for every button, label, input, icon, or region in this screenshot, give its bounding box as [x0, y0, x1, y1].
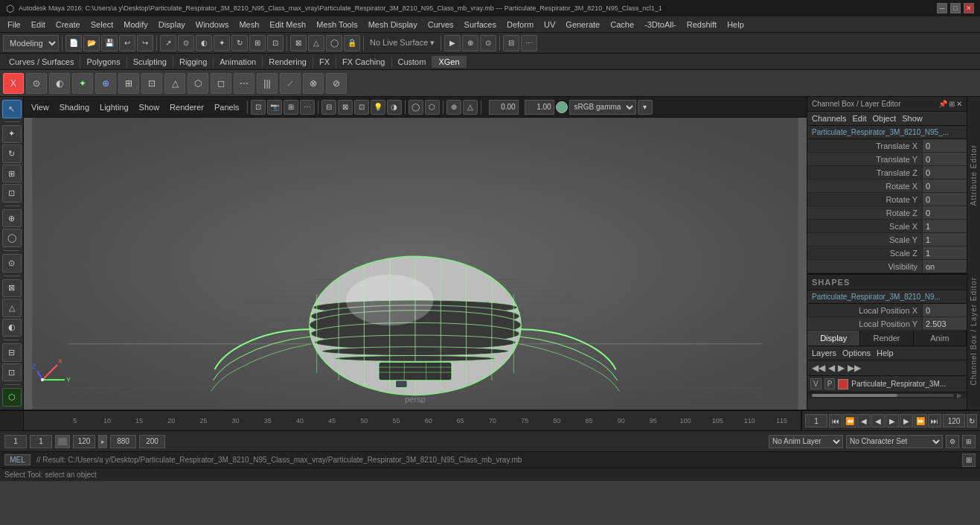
pb-next[interactable]: ⏩	[914, 414, 927, 427]
frame-number-2[interactable]	[30, 435, 52, 448]
vp-camera-settings[interactable]: 📷	[267, 100, 282, 115]
vp-isolate[interactable]: ◯	[409, 100, 423, 115]
pb-start[interactable]: ⏮	[829, 414, 842, 427]
menu-display[interactable]: Display	[154, 19, 190, 31]
frame-end-input[interactable]	[73, 435, 95, 448]
layer-arrow-next-next[interactable]: ▶▶	[848, 363, 861, 373]
pb-prev[interactable]: ⏪	[843, 414, 856, 427]
vp-menu-panels[interactable]: Panels	[210, 101, 244, 113]
vp-menu-show[interactable]: Show	[135, 101, 164, 113]
layer-menu-help[interactable]: Help	[877, 349, 894, 357]
shelf-tab-animation[interactable]: Animation	[214, 56, 263, 68]
cb-value-rotate-y[interactable]: 0	[922, 193, 967, 206]
char-set-select[interactable]: No Character Set	[846, 435, 943, 448]
lt-brush[interactable]: ⊙	[2, 254, 22, 273]
cb-value-translate-z[interactable]: 0	[922, 166, 967, 179]
mode-selector[interactable]: Modeling	[3, 35, 59, 51]
lt-lasso[interactable]: △	[2, 299, 22, 317]
vp-lighting-btn[interactable]: 💡	[371, 100, 385, 115]
tb-live[interactable]: 🔒	[344, 35, 360, 51]
cb-value-local-pos-x[interactable]: 0	[922, 304, 967, 316]
cb-value-visibility[interactable]: on	[922, 260, 967, 273]
range-start-input[interactable]	[805, 414, 827, 427]
shelf-icon-2[interactable]: ⊙	[26, 73, 47, 94]
tab-render[interactable]: Render	[860, 331, 913, 346]
viewport-display[interactable]: X Y Z persp	[24, 118, 807, 410]
shelf-tab-fx[interactable]: FX	[313, 56, 336, 68]
layer-menu-options[interactable]: Options	[842, 349, 871, 357]
tb-paint[interactable]: ◐	[196, 35, 212, 51]
lt-select-tool[interactable]: ↖	[2, 100, 22, 118]
vp-camera-select[interactable]: ⊡	[251, 100, 266, 115]
menu-file[interactable]: File	[3, 19, 25, 31]
layer-arrow-next[interactable]: ▶	[838, 363, 845, 373]
tb-rotate[interactable]: ↻	[231, 35, 248, 51]
lt-quick-layout-2[interactable]: ⊡	[2, 363, 22, 382]
anim-layer-select[interactable]: No Anim Layer	[769, 435, 843, 448]
tab-anim[interactable]: Anim	[914, 331, 967, 346]
shelf-tab-sculpting[interactable]: Sculpting	[127, 56, 173, 68]
shelf-icon-3[interactable]: ◐	[49, 73, 70, 94]
vp-color-swatch[interactable]	[556, 101, 568, 113]
menu-select[interactable]: Select	[86, 19, 118, 31]
lt-show-manip[interactable]: ◯	[2, 229, 22, 247]
vp-colorspace-select[interactable]: sRGB gamma	[569, 100, 636, 115]
range-end-input[interactable]	[943, 414, 965, 427]
vp-smooth-shade[interactable]: ⊠	[338, 100, 353, 115]
shelf-icon-4[interactable]: ✦	[72, 73, 93, 94]
shelf-tab-rendering[interactable]: Rendering	[263, 56, 313, 68]
layer-scrollbar[interactable]: ▶	[807, 392, 967, 398]
tb-render[interactable]: ▶	[444, 35, 461, 51]
menu-deform[interactable]: Deform	[502, 19, 538, 31]
lt-region-select[interactable]: ⊠	[2, 279, 22, 298]
menu-windows[interactable]: Windows	[191, 19, 234, 31]
tb-snap-point[interactable]: ◯	[326, 35, 342, 51]
cb-expand-btn[interactable]: ⊞	[949, 100, 955, 108]
vp-gamma-input[interactable]	[525, 100, 554, 115]
vp-menu-renderer[interactable]: Renderer	[165, 101, 208, 113]
cb-close-btn[interactable]: ✕	[956, 100, 962, 108]
menu-modify[interactable]: Modify	[119, 19, 152, 31]
shelf-icon-12[interactable]: |||	[257, 73, 278, 94]
shelf-tab-rigging[interactable]: Rigging	[173, 56, 214, 68]
tb-save[interactable]: 💾	[101, 35, 118, 51]
tb-redo[interactable]: ↪	[137, 35, 153, 51]
cb-menu-show[interactable]: Show	[902, 114, 923, 123]
shelf-icon-14[interactable]: ⊗	[303, 73, 324, 94]
scrollbar-track[interactable]	[812, 394, 954, 397]
viewport[interactable]: View Shading Lighting Show Renderer Pane…	[24, 97, 807, 410]
layer-visibility-btn[interactable]: V	[810, 378, 822, 389]
lt-quick-layout-1[interactable]: ⊟	[2, 343, 22, 362]
vp-textured[interactable]: ⊡	[354, 100, 369, 115]
cb-value-rotate-x[interactable]: 0	[922, 179, 967, 192]
shelf-icon-10[interactable]: ◻	[211, 73, 231, 94]
menu-surfaces[interactable]: Surfaces	[460, 19, 501, 31]
anim-options-btn[interactable]: ⊞	[962, 435, 976, 448]
menu-redshift[interactable]: Redshift	[682, 19, 721, 31]
lt-move-tool[interactable]: ✦	[2, 125, 22, 144]
cb-value-scale-z[interactable]: 1	[922, 246, 967, 259]
shelf-icon-15[interactable]: ⊘	[326, 73, 347, 94]
close-button[interactable]: ✕	[964, 3, 974, 13]
frame-range-slider[interactable]	[55, 435, 70, 448]
layer-color-swatch[interactable]	[838, 379, 848, 389]
channel-box-tab[interactable]: Channel Box / Layer Editor	[967, 253, 980, 410]
tb-snap-curve[interactable]: △	[308, 35, 324, 51]
shelf-icon-7[interactable]: ⊡	[141, 73, 162, 94]
tb-display-render[interactable]: ⊙	[480, 35, 496, 51]
tb-grid[interactable]: ⊟	[503, 35, 519, 51]
tb-open[interactable]: 📂	[83, 35, 100, 51]
menu-mesh-tools[interactable]: Mesh Tools	[312, 19, 362, 31]
vp-menu-shading[interactable]: Shading	[55, 101, 94, 113]
pb-play-back[interactable]: ◀	[871, 414, 885, 427]
scrollbar-thumb[interactable]	[812, 394, 897, 397]
menu-mesh-display[interactable]: Mesh Display	[364, 19, 422, 31]
vp-menu-lighting[interactable]: Lighting	[95, 101, 133, 113]
menu-generate[interactable]: Generate	[561, 19, 604, 31]
vp-resolution[interactable]: ⬡	[425, 100, 440, 115]
timeline-track[interactable]: 5 10 15 20 25 30 35 40 45 50 55 60 65 70…	[24, 411, 801, 430]
shelf-icon-11[interactable]: ⋯	[234, 73, 254, 94]
tb-select[interactable]: ↗	[160, 35, 176, 51]
shelf-icon-xgen-main[interactable]: X	[3, 73, 24, 94]
frame-range-expand[interactable]: ▸	[98, 435, 107, 448]
